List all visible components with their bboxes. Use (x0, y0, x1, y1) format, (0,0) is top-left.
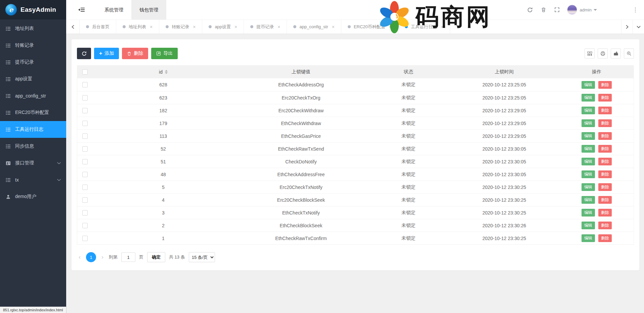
tab[interactable]: 提币记录 × (244, 20, 287, 34)
tab-close-icon[interactable]: × (332, 24, 335, 30)
edit-row-button[interactable]: 编辑 (582, 107, 595, 114)
trash-icon[interactable] (537, 3, 550, 16)
tab[interactable]: 工具运行日志 × (398, 20, 450, 34)
topnav-wallet[interactable]: 钱包管理 (131, 0, 166, 19)
search-icon[interactable] (624, 48, 634, 58)
cell-lock-time: 2020-10-12 23:25:05 (449, 95, 560, 101)
delete-row-button[interactable]: 删除 (598, 222, 612, 229)
sidebar-item[interactable]: 地址列表 (0, 20, 66, 37)
row-checkbox[interactable] (82, 133, 88, 139)
edit-row-button[interactable]: 编辑 (582, 94, 595, 102)
fullscreen-icon[interactable] (550, 3, 564, 16)
current-page-button[interactable]: 1 (86, 252, 96, 262)
row-checkbox[interactable] (82, 82, 88, 87)
next-page-icon[interactable]: › (100, 254, 105, 261)
delete-row-button[interactable]: 删除 (598, 234, 612, 242)
tab[interactable]: 转账记录 × (159, 20, 202, 34)
tab-close-icon[interactable]: × (277, 24, 280, 30)
edit-row-button[interactable]: 编辑 (582, 119, 595, 127)
select-all-checkbox[interactable] (82, 69, 88, 75)
topnav-system[interactable]: 系统管理 (96, 0, 131, 19)
export-data-icon[interactable] (611, 48, 621, 58)
row-checkbox[interactable] (82, 210, 88, 216)
tab-close-icon[interactable]: × (441, 24, 443, 30)
delete-row-button[interactable]: 删除 (598, 145, 612, 153)
username[interactable]: admin (580, 7, 592, 12)
user-avatar[interactable] (567, 5, 577, 15)
cell-id: 3 (93, 210, 234, 216)
sidebar-item[interactable]: 接口管理 (0, 155, 66, 171)
tab[interactable]: app设置 × (202, 20, 244, 34)
delete-row-button[interactable]: 删除 (598, 107, 612, 114)
sidebar-item[interactable]: demo用户 (0, 188, 66, 205)
row-checkbox[interactable] (82, 172, 88, 177)
row-checkbox[interactable] (82, 121, 88, 126)
edit-row-button[interactable]: 编辑 (582, 145, 595, 153)
row-checkbox[interactable] (82, 223, 88, 228)
sidebar-item[interactable]: app设置 (0, 71, 66, 87)
sidebar-item[interactable]: 工具运行日志 (0, 121, 66, 138)
edit-row-button[interactable]: 编辑 (582, 209, 595, 217)
cell-actions: 编辑 删除 (560, 119, 634, 127)
goto-page-input[interactable] (121, 252, 135, 262)
row-checkbox[interactable] (82, 185, 88, 190)
delete-row-button[interactable]: 删除 (598, 196, 612, 204)
tab-close-icon[interactable]: × (389, 24, 392, 30)
tab[interactable]: app_config_str × (287, 20, 341, 34)
delete-button[interactable]: 删除 (122, 48, 148, 59)
content-area: + 添加 删除 导出 (66, 34, 644, 313)
tab-close-icon[interactable]: × (234, 24, 237, 30)
edit-row-button[interactable]: 编辑 (582, 183, 595, 191)
row-checkbox[interactable] (82, 146, 88, 152)
page-size-select[interactable]: 15 条/页 (189, 252, 215, 262)
edit-row-button[interactable]: 编辑 (582, 170, 595, 178)
columns-filter-icon[interactable] (585, 48, 595, 58)
edit-row-button[interactable]: 编辑 (582, 81, 595, 89)
cell-lock-time: 2020-10-12 23:30:25 (449, 236, 560, 241)
sidebar-item[interactable]: ERC20币种配置 (0, 104, 66, 121)
tab[interactable]: 地址列表 × (116, 20, 159, 34)
print-icon[interactable] (598, 48, 608, 58)
user-caret-down-icon[interactable] (594, 9, 597, 11)
row-checkbox[interactable] (82, 236, 88, 241)
add-button[interactable]: + 添加 (94, 48, 119, 59)
delete-row-button[interactable]: 删除 (598, 158, 612, 165)
export-button[interactable]: 导出 (151, 48, 178, 59)
refresh-table-button[interactable] (77, 48, 91, 59)
sidebar-item[interactable]: 提币记录 (0, 54, 66, 71)
row-checkbox[interactable] (82, 95, 88, 101)
prev-page-icon[interactable]: ‹ (77, 254, 82, 261)
sidebar-item[interactable]: tx (0, 171, 66, 188)
delete-row-button[interactable]: 删除 (598, 94, 612, 102)
delete-row-button[interactable]: 删除 (598, 209, 612, 217)
tab[interactable]: ERC20币种配置 × (341, 20, 398, 34)
row-checkbox[interactable] (82, 108, 88, 113)
edit-row-button[interactable]: 编辑 (582, 196, 595, 204)
edit-row-button[interactable]: 编辑 (582, 132, 595, 140)
sidebar-item[interactable]: 同步信息 (0, 138, 66, 155)
sidebar-item[interactable]: app_config_str (0, 87, 66, 104)
delete-row-button[interactable]: 删除 (598, 119, 612, 127)
confirm-page-button[interactable]: 确定 (147, 252, 165, 262)
edit-row-button[interactable]: 编辑 (582, 158, 595, 165)
row-checkbox[interactable] (82, 159, 88, 164)
delete-row-button[interactable]: 删除 (598, 81, 612, 89)
tabs-scroll-right-icon[interactable] (621, 20, 633, 34)
more-menu-icon[interactable]: ⋮ (632, 6, 639, 13)
edit-row-button[interactable]: 编辑 (582, 234, 595, 242)
tab-close-icon[interactable]: × (150, 24, 153, 30)
tabs-menu-chevron-down-icon[interactable] (633, 20, 644, 34)
sidebar-item[interactable]: 转账记录 (0, 37, 66, 54)
edit-row-button[interactable]: 编辑 (582, 222, 595, 229)
delete-row-button[interactable]: 删除 (598, 170, 612, 178)
tabs-scroll-left-icon[interactable] (66, 20, 80, 34)
sidebar-toggle-icon[interactable] (66, 0, 96, 19)
sort-icon[interactable] (165, 70, 168, 74)
refresh-icon[interactable] (523, 3, 537, 16)
row-checkbox[interactable] (82, 197, 88, 203)
tab[interactable]: 后台首页 × (80, 20, 116, 34)
cell-id: 113 (93, 133, 234, 139)
tab-close-icon[interactable]: × (193, 24, 196, 30)
delete-row-button[interactable]: 删除 (598, 132, 612, 140)
delete-row-button[interactable]: 删除 (598, 183, 612, 191)
